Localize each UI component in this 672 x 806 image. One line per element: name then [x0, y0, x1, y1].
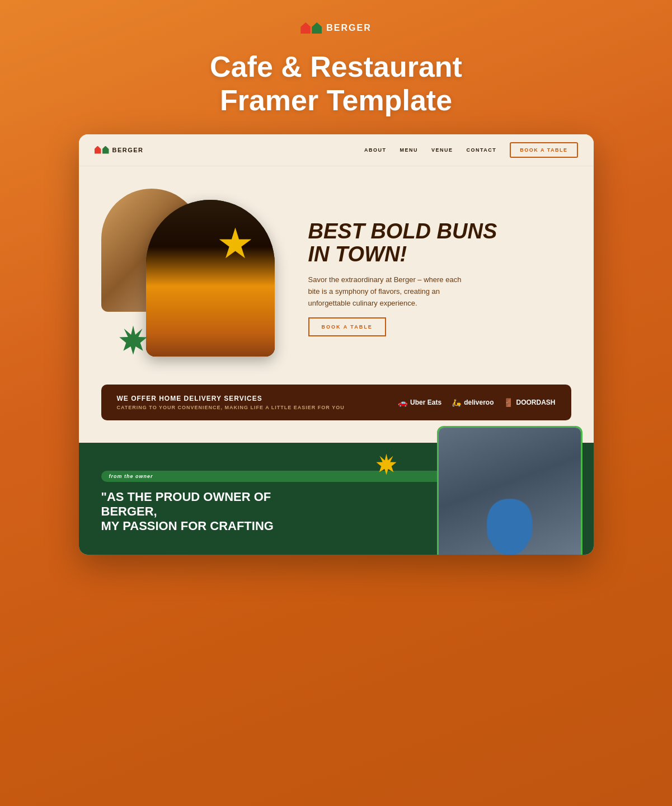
hero-text: BEST BOLD BUNS IN TOWN! Savor the extrao… [308, 220, 571, 336]
service-deliveroo: 🛵 deliveroo [452, 398, 494, 407]
delivery-banner: WE OFFER HOME DELIVERY SERVICES CATERING… [101, 385, 571, 420]
owner-section: from the owner "AS THE PROUD OWNER OF BE… [79, 443, 594, 555]
delivery-subtitle: CATERING TO YOUR CONVENIENCE, MAKING LIF… [117, 405, 345, 410]
uber-eats-icon: 🚗 [398, 398, 407, 407]
logo-leaf-green-icon [312, 22, 322, 34]
nav-logo: BERGER [95, 146, 144, 154]
page-title: Cafe & Restaurant Framer Template [210, 50, 462, 118]
nav-logo-icon [95, 146, 109, 154]
hero-section: BEST BOLD BUNS IN TOWN! Savor the extrao… [79, 166, 594, 385]
hero-headline: BEST BOLD BUNS IN TOWN! [308, 220, 571, 267]
nav-venue[interactable]: VENUE [431, 147, 453, 153]
deliveroo-icon: 🛵 [452, 398, 461, 407]
browser-card: BERGER ABOUT MENU VENUE CONTACT BOOK A T… [79, 134, 594, 555]
burger-image [146, 200, 275, 357]
nav-menu[interactable]: MENU [400, 147, 418, 153]
hero-subtext: Savor the extraordinary at Berger – wher… [308, 274, 465, 309]
delivery-services: 🚗 Uber Eats 🛵 deliveroo 🚪 DOORDASH [398, 398, 555, 407]
person-silhouette-icon: 👤 [468, 496, 552, 555]
delivery-title: WE OFFER HOME DELIVERY SERVICES [117, 395, 345, 402]
hero-image-stack [101, 183, 292, 373]
nav-about[interactable]: ABOUT [364, 147, 387, 153]
nav-leaf-red-icon [95, 146, 101, 154]
nav-links: ABOUT MENU VENUE CONTACT BOOK A TABLE [364, 142, 578, 158]
hero-image-front [146, 200, 275, 357]
top-header: BERGER Cafe & Restaurant Framer Template [0, 0, 672, 134]
top-logo-icon [300, 22, 322, 34]
nav-book-table-button[interactable]: BOOK A TABLE [510, 142, 577, 158]
nav-contact[interactable]: CONTACT [467, 147, 497, 153]
logo-leaf-red-icon [300, 22, 311, 34]
nav-leaf-green-icon [102, 146, 109, 154]
service-uber-eats: 🚗 Uber Eats [398, 398, 441, 407]
service-doordash: 🚪 DOORDASH [504, 398, 555, 407]
delivery-text: WE OFFER HOME DELIVERY SERVICES CATERING… [117, 395, 345, 410]
owner-quote: "AS THE PROUD OWNER OF BERGER, MY PASSIO… [101, 490, 280, 534]
hero-book-table-button[interactable]: BOOK A TABLE [308, 317, 386, 336]
page-wrapper: BERGER ABOUT MENU VENUE CONTACT BOOK A T… [0, 134, 672, 577]
star-green-icon [118, 326, 149, 357]
owner-photo-inner: 👤 [439, 428, 581, 555]
doordash-icon: 🚪 [504, 398, 513, 407]
top-logo: BERGER [300, 22, 371, 34]
owner-photo: 👤 [437, 426, 582, 555]
top-logo-text: BERGER [326, 23, 371, 33]
nav-logo-text: BERGER [112, 147, 144, 153]
site-nav: BERGER ABOUT MENU VENUE CONTACT BOOK A T… [79, 134, 594, 166]
